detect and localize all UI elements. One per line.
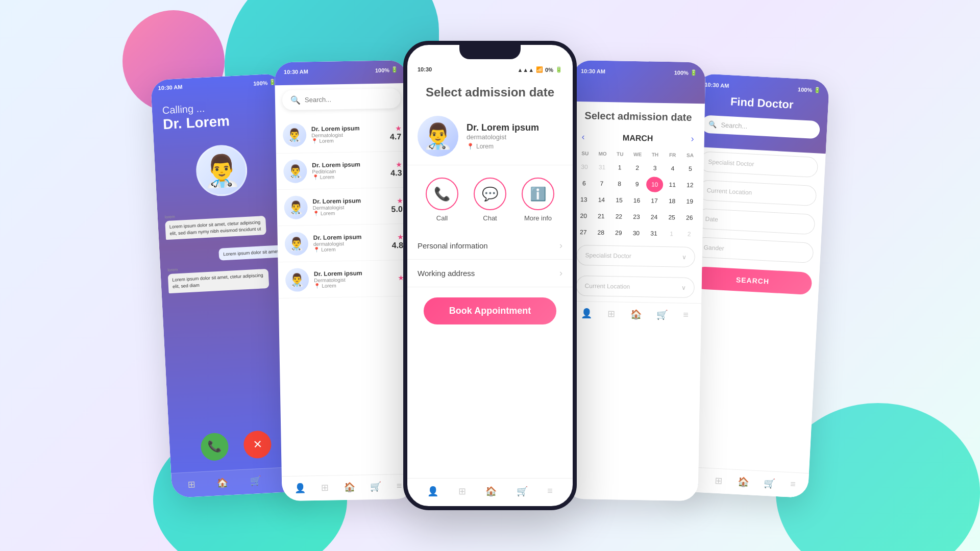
cal-day-22[interactable]: 22	[610, 209, 627, 224]
date-field-label: Date	[705, 215, 718, 223]
cal-day-14[interactable]: 14	[593, 192, 610, 208]
nav-cart-5[interactable]: 🛒	[764, 478, 775, 489]
cal-day-1[interactable]: 1	[611, 160, 628, 176]
cal-day-26[interactable]: 26	[681, 210, 698, 226]
cal-day-11[interactable]: 11	[664, 177, 681, 193]
end-call-button[interactable]: ✕	[243, 430, 272, 459]
cal-day-16[interactable]: 16	[628, 193, 645, 209]
doctor-list-item-2[interactable]: 👨‍⚕️ Dr. Lorem ipsum Peditricain 📍Lorem …	[276, 152, 409, 190]
bubble-3: Lorem ipsum dolor sit amet, ctetur adipi…	[168, 269, 270, 293]
doctor-list-item-5[interactable]: 👨‍⚕️ Dr. Lorem ipsum Dermatologist 📍Lore…	[278, 260, 411, 299]
cal-prev-button[interactable]: ‹	[582, 132, 585, 142]
center-doctor-name: Dr. Lorem ipsum	[467, 122, 539, 133]
cal-day-2[interactable]: 2	[629, 160, 646, 176]
specialist-doctor-field[interactable]: Specialist Doctor	[699, 151, 819, 178]
search-button[interactable]: SEARCH	[693, 266, 812, 295]
chat-circle: 💬	[474, 178, 506, 210]
doctor-list-item-3[interactable]: 👨‍⚕️ Dr. Lorem ipsum Dermatologist 📍Lore…	[277, 188, 410, 227]
nav-grid-4[interactable]: ⊞	[607, 308, 615, 319]
nav-cart-1[interactable]: 🛒	[250, 475, 261, 487]
nav-grid-5[interactable]: ⊞	[715, 475, 723, 487]
cal-day-30-prev[interactable]: 30	[576, 159, 593, 175]
nav-home-1[interactable]: 🏠	[217, 477, 229, 488]
doctor-list-item-1[interactable]: 👨‍⚕️ Dr. Lorem ipsum Dermatologist 📍Lore…	[276, 115, 409, 154]
cal-day-24[interactable]: 24	[646, 209, 663, 225]
nav-menu-4[interactable]: ≡	[683, 310, 689, 321]
cal-day-19[interactable]: 19	[681, 194, 698, 210]
book-appointment-button[interactable]: Book Appointment	[424, 297, 556, 324]
nav-home-c[interactable]: 🏠	[485, 486, 497, 497]
nav-home-5[interactable]: 🏠	[737, 476, 749, 488]
action-buttons: 📞 Call 💬 Chat ℹ️ More info	[407, 165, 573, 232]
cal-day-27[interactable]: 27	[575, 224, 592, 240]
cal-day-8[interactable]: 8	[611, 176, 628, 192]
cal-day-23[interactable]: 23	[628, 209, 645, 225]
cal-day-17[interactable]: 17	[646, 193, 663, 209]
nav-grid-c[interactable]: ⊞	[458, 486, 466, 497]
nav-person-c[interactable]: 👤	[427, 486, 438, 497]
moreinfo-label: More info	[524, 214, 552, 222]
cal-day-10[interactable]: 10	[646, 177, 663, 192]
gender-field[interactable]: Gander	[695, 237, 814, 263]
moreinfo-action[interactable]: ℹ️ More info	[522, 178, 554, 222]
date-field[interactable]: Date	[696, 208, 816, 235]
phone-calendar: 10:30 AM 100% 🔋 Select admission date ‹ …	[565, 60, 705, 501]
cal-day-12[interactable]: 12	[681, 178, 698, 193]
nav-cart-2[interactable]: 🛒	[370, 481, 381, 492]
cal-day-7[interactable]: 7	[593, 176, 610, 192]
cal-day-29[interactable]: 29	[610, 225, 627, 241]
cal-day-28[interactable]: 28	[593, 225, 609, 241]
cal-day-15[interactable]: 15	[610, 192, 627, 208]
nav-home-4[interactable]: 🏠	[630, 309, 642, 320]
nav-menu-5[interactable]: ≡	[790, 479, 796, 490]
nav-cart-4[interactable]: 🛒	[656, 309, 668, 320]
search-bar-2[interactable]: 🔍	[282, 88, 401, 110]
nav-home-2[interactable]: 🏠	[344, 482, 355, 493]
cal-day-20[interactable]: 20	[575, 208, 592, 224]
call-action[interactable]: 📞 Call	[426, 178, 458, 222]
nav-cart-c[interactable]: 🛒	[517, 486, 528, 497]
chat-action[interactable]: 💬 Chat	[474, 178, 506, 222]
center-battery-icon: 🔋	[555, 66, 562, 73]
star-icon-1: ★	[396, 125, 401, 132]
cal-day-2-next[interactable]: 2	[681, 227, 698, 242]
cal-day-30[interactable]: 30	[628, 226, 645, 241]
cal-day-5[interactable]: 5	[682, 161, 699, 177]
find-doctor-header: 10:30 AM 100% 🔋 Find Doctor 🔍 Search...	[693, 73, 829, 154]
nav-person-4[interactable]: 👤	[581, 308, 592, 319]
nav-person-2[interactable]: 👤	[295, 482, 306, 493]
cal-day-25[interactable]: 25	[664, 210, 680, 226]
answer-call-button[interactable]: 📞	[200, 432, 229, 461]
search-input-2[interactable]	[305, 94, 393, 104]
cal-day-6[interactable]: 6	[576, 176, 593, 191]
cal-day-13[interactable]: 13	[575, 192, 592, 208]
cal-day-4[interactable]: 4	[664, 161, 681, 177]
chevron-right-icon-2: ›	[559, 268, 562, 279]
nav-menu-c[interactable]: ≡	[547, 486, 553, 497]
cal-day-9[interactable]: 9	[629, 177, 646, 192]
working-address-section[interactable]: Working address ›	[407, 260, 573, 287]
current-location-dropdown[interactable]: Current Location ∨	[576, 276, 695, 298]
bottom-nav-2: 👤 ⊞ 🏠 🛒 ≡	[282, 474, 415, 502]
cal-day-31[interactable]: 31	[645, 226, 662, 241]
cal-day-31-prev[interactable]: 31	[594, 160, 610, 176]
doctor-info-1: Dr. Lorem ipsum Dermatologist 📍Lorem	[311, 124, 385, 144]
cal-next-button[interactable]: ›	[691, 134, 694, 144]
nav-grid-2[interactable]: ⊞	[321, 482, 329, 493]
doctor-list-item-4[interactable]: 👨‍⚕️ Dr. Lorem ipsum dermatologist 📍Lore…	[277, 224, 410, 263]
doctor-rating-2: ★ 4.3	[390, 161, 402, 178]
doctor-location-5: 📍Lorem	[314, 282, 393, 289]
personal-info-section[interactable]: Personal information ›	[407, 232, 573, 260]
find-doctor-search-bar[interactable]: 🔍 Search...	[701, 115, 820, 139]
cal-day-3[interactable]: 3	[647, 160, 664, 176]
doctor-location-3: 📍Lorem	[313, 210, 386, 217]
cal-day-1-next[interactable]: 1	[663, 226, 680, 242]
cal-day-18[interactable]: 18	[664, 193, 680, 209]
nav-menu-2[interactable]: ≡	[397, 481, 402, 492]
nav-grid-1[interactable]: ⊞	[187, 479, 195, 490]
msg-2: You Lorem ipsum dolor sit amet?	[166, 238, 286, 263]
current-location-field[interactable]: Current Location	[698, 180, 817, 206]
specialist-doctor-dropdown[interactable]: Specialist Doctor ∨	[576, 245, 695, 267]
cal-day-21[interactable]: 21	[593, 209, 609, 224]
rating-value-3: 5.0	[391, 205, 403, 214]
